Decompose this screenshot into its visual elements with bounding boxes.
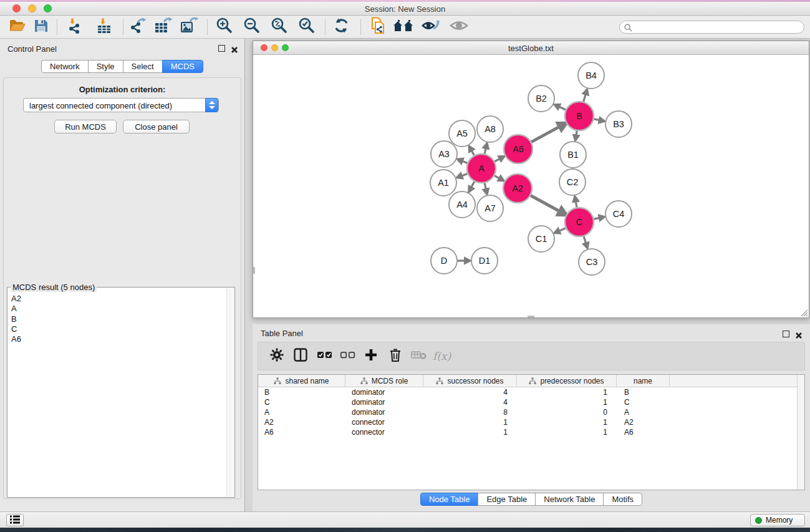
zoom-fit-icon[interactable] <box>271 17 288 37</box>
column-header-mcds-role[interactable]: MCDS role <box>345 375 423 387</box>
vertical-scroll-indicator[interactable] <box>253 267 255 274</box>
first-neighbors-icon[interactable] <box>392 18 415 36</box>
run-mcds-button[interactable]: Run MCDS <box>54 120 117 133</box>
graph-node-A6[interactable]: A6 <box>504 135 533 163</box>
tab-select[interactable]: Select <box>123 60 163 73</box>
graph-edge-A6-B[interactable] <box>531 126 561 142</box>
zoom-out-icon[interactable] <box>243 17 261 37</box>
import-network-icon[interactable] <box>67 17 84 36</box>
table-tab-network-table[interactable]: Network Table <box>535 493 604 506</box>
float-panel-icon[interactable] <box>218 45 226 52</box>
graph-node-D1[interactable]: D1 <box>471 248 498 274</box>
graph-edge-C-C1[interactable] <box>558 228 566 231</box>
table-cell[interactable]: 1 <box>517 427 617 437</box>
close-table-panel-icon[interactable] <box>795 331 803 338</box>
table-settings-icon[interactable] <box>269 347 284 365</box>
graph-node-A[interactable]: A <box>467 154 496 183</box>
graph-edge-A-A2[interactable] <box>494 176 500 179</box>
float-table-panel-icon[interactable] <box>783 331 790 338</box>
table-row[interactable]: Adominator80A <box>258 407 797 417</box>
graph-node-B[interactable]: B <box>565 102 594 130</box>
table-row[interactable]: Cdominator41C <box>258 397 797 407</box>
graph-edge-A2-C[interactable] <box>531 195 561 211</box>
graph-node-A3[interactable]: A3 <box>431 141 457 167</box>
table-cell[interactable]: 1 <box>423 427 517 437</box>
close-panel-button[interactable]: Close panel <box>123 120 190 133</box>
table-cell[interactable]: A6 <box>617 427 670 437</box>
select-all-rows-icon[interactable] <box>317 351 333 362</box>
graph-node-A4[interactable]: A4 <box>449 191 475 218</box>
zoom-in-icon[interactable] <box>216 17 233 37</box>
open-file-icon[interactable] <box>9 18 26 36</box>
table-tab-motifs[interactable]: Motifs <box>603 493 642 506</box>
graph-edge-B-B1[interactable] <box>576 131 577 137</box>
graph-node-B2[interactable]: B2 <box>528 85 554 112</box>
optimization-criterion-select[interactable]: largest connected component (directed) <box>23 98 219 112</box>
graph-edge-A-A7[interactable] <box>485 183 486 190</box>
graph-edge-A-A1[interactable] <box>461 173 467 176</box>
memory-button[interactable]: Memory <box>750 514 805 526</box>
table-tab-node-table[interactable]: Node Table <box>420 493 479 506</box>
result-scrollbar[interactable] <box>226 288 234 496</box>
graph-edge-A-A4[interactable] <box>471 181 475 188</box>
task-history-button[interactable] <box>6 514 24 526</box>
table-cell[interactable]: dominator <box>345 407 423 417</box>
table-cell[interactable]: 1 <box>517 417 617 427</box>
graph-edge-B-B3[interactable] <box>594 119 600 120</box>
graph-node-C4[interactable]: C4 <box>605 201 632 227</box>
graph-edge-C-C2[interactable] <box>576 201 577 208</box>
table-cell[interactable]: B <box>258 387 345 397</box>
graph-edge-A-A8[interactable] <box>485 147 486 153</box>
mcds-result-item[interactable]: A <box>11 304 226 314</box>
mcds-result-item[interactable]: A2 <box>11 294 226 304</box>
table-cell[interactable]: A2 <box>617 417 670 427</box>
column-header-successor-nodes[interactable]: successor nodes <box>423 375 517 387</box>
network-window-titlebar[interactable]: testGlobe.txt <box>253 41 809 55</box>
export-image-icon[interactable] <box>180 17 199 36</box>
table-cell[interactable]: dominator <box>345 387 423 397</box>
graph-node-C[interactable]: C <box>565 208 594 236</box>
zoom-selected-icon[interactable] <box>298 17 316 37</box>
search-input[interactable] <box>635 22 797 32</box>
table-cell[interactable]: 4 <box>423 387 517 397</box>
table-row[interactable]: Bdominator41B <box>258 387 797 397</box>
search-field[interactable] <box>619 21 804 34</box>
graph-edge-A-A3[interactable] <box>461 161 468 163</box>
table-row[interactable]: A2connector11A2 <box>258 417 797 427</box>
hide-graphics-details-icon[interactable] <box>421 17 440 36</box>
graph-node-B3[interactable]: B3 <box>605 111 632 137</box>
table-cell[interactable]: 1 <box>517 387 617 397</box>
table-cell[interactable]: 1 <box>423 417 517 427</box>
graph-node-A8[interactable]: A8 <box>477 116 503 142</box>
graph-node-C2[interactable]: C2 <box>559 169 586 195</box>
graph-node-C3[interactable]: C3 <box>579 249 605 275</box>
column-header-predecessor-nodes[interactable]: predecessor nodes <box>517 375 617 387</box>
table-cell[interactable]: 1 <box>517 397 617 407</box>
graph-node-B4[interactable]: B4 <box>578 62 604 89</box>
graph-node-A2[interactable]: A2 <box>503 174 532 203</box>
column-header-shared-name[interactable]: shared name <box>258 375 345 387</box>
graph-edge-A-A5[interactable] <box>471 150 475 155</box>
graph-node-A1[interactable]: A1 <box>430 170 456 196</box>
import-table-icon[interactable] <box>96 17 112 36</box>
horizontal-scroll-indicator[interactable] <box>528 316 534 317</box>
table-scrollbar[interactable] <box>797 375 804 490</box>
tab-mcds[interactable]: MCDS <box>162 60 203 73</box>
graph-edge-B-B4[interactable] <box>584 94 586 102</box>
export-network-icon[interactable] <box>129 17 147 36</box>
mcds-result-item[interactable]: B <box>11 314 226 324</box>
column-view-icon[interactable] <box>293 347 308 365</box>
table-cell[interactable]: 0 <box>517 407 617 417</box>
add-column-icon[interactable] <box>364 348 378 364</box>
graph-node-B1[interactable]: B1 <box>560 142 586 168</box>
graph-node-D[interactable]: D <box>431 248 457 274</box>
graph-node-A5[interactable]: A5 <box>449 120 475 147</box>
table-cell[interactable]: B <box>617 387 670 397</box>
graph-node-C1[interactable]: C1 <box>528 226 554 252</box>
export-table-icon[interactable] <box>154 17 173 36</box>
tab-style[interactable]: Style <box>88 60 123 73</box>
graph-edge-A-A6[interactable] <box>494 158 500 162</box>
refresh-layout-icon[interactable] <box>333 17 350 36</box>
table-cell[interactable]: 8 <box>423 407 517 417</box>
graph-edge-B-B2[interactable] <box>558 107 566 110</box>
